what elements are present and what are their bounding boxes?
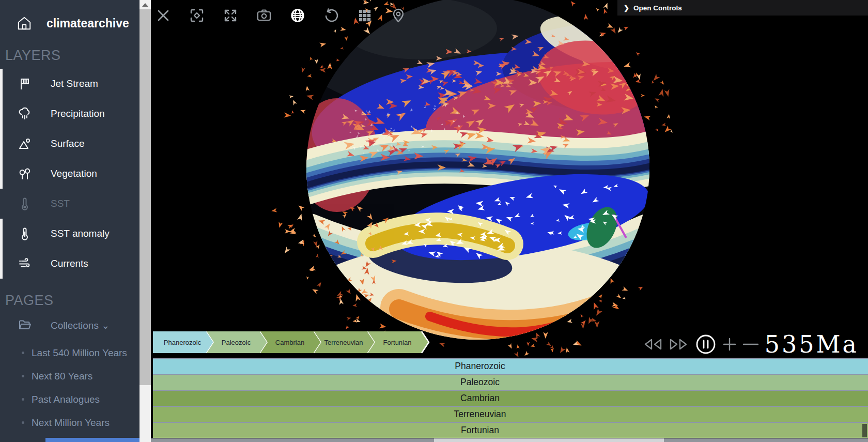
row-label: Phanerozoic <box>153 359 807 374</box>
era-breadcrumb: PhanerozoicPaleozoicCambrianTerreneuvian… <box>153 331 442 353</box>
layer-label: SST anomaly <box>51 228 110 239</box>
row-label: Terreneuvian <box>153 407 807 422</box>
bullet-icon <box>22 398 24 401</box>
layer-label: Currents <box>51 258 88 269</box>
sidebar-item-jet-stream[interactable]: Jet Stream <box>0 69 140 99</box>
thermometer-icon <box>18 196 32 211</box>
home-icon[interactable] <box>17 16 32 31</box>
focus-target-button[interactable] <box>185 4 208 27</box>
sidebar-item-next-million-years[interactable]: Next Million Years <box>0 411 140 434</box>
breadcrumb-label: Fortunian <box>383 339 412 346</box>
fullscreen-button[interactable] <box>219 4 242 27</box>
trees-icon <box>18 166 32 181</box>
scroll-up-arrow-icon[interactable] <box>142 3 148 7</box>
app-title: climatearchive <box>47 17 129 31</box>
row-label: Fortunian <box>153 423 807 438</box>
chevron-down-icon: ⌄ <box>101 320 110 331</box>
sidebar-item-currents[interactable]: Currents <box>0 249 140 279</box>
close-button[interactable] <box>152 4 175 27</box>
globe-viewport: ❯ Open Controls PhanerozoicPaleozoicCamb… <box>151 0 868 442</box>
grid-button[interactable] <box>353 4 376 27</box>
layer-label: Jet Stream <box>51 78 98 89</box>
breadcrumb-label: Paleozoic <box>222 339 251 346</box>
rewind-button[interactable] <box>642 337 663 352</box>
sidebar: climatearchive LAYERS Jet Stream <box>0 0 140 442</box>
globe-canvas[interactable] <box>151 0 868 358</box>
collections-label: Collections ⌄ <box>51 319 110 331</box>
sidebar-item-vegetation[interactable]: Vegetation <box>0 159 140 189</box>
breadcrumb-label: Phanerozoic <box>164 339 202 346</box>
open-controls-label: Open Controls <box>633 4 682 12</box>
flag-icon <box>18 77 32 91</box>
timeline-row-fortunian[interactable]: Fortunian <box>153 423 868 438</box>
climatearchive-app: climatearchive LAYERS Jet Stream <box>0 0 868 442</box>
fast-forward-button[interactable] <box>669 337 689 352</box>
row-label: Paleozoic <box>153 375 807 390</box>
sidebar-item-surface[interactable]: Surface <box>0 129 140 159</box>
zoom-in-button[interactable] <box>722 337 737 352</box>
sidebar-item-past-analogues[interactable]: Past Analogues <box>0 388 140 411</box>
pages-list: Last 540 Million Years Next 80 Years Pas… <box>0 341 140 434</box>
sidebar-item-next-80-years[interactable]: Next 80 Years <box>0 364 140 388</box>
brand[interactable]: climatearchive <box>0 10 140 36</box>
open-controls-button[interactable]: ❯ Open Controls <box>617 0 868 16</box>
layer-label: Surface <box>51 138 84 149</box>
page-label: Last 540 Million Years <box>32 347 127 359</box>
globe-toolbar <box>152 4 410 27</box>
layers-list: Jet Stream Precipitation Surface <box>0 69 140 279</box>
sidebar-item-sst[interactable]: SST <box>0 189 140 219</box>
location-pin-button[interactable] <box>387 4 410 27</box>
pause-button[interactable] <box>695 333 717 355</box>
zoom-out-button[interactable] <box>742 337 759 352</box>
folder-icon <box>18 318 32 332</box>
sidebar-item-precipitation[interactable]: Precipitation <box>0 99 140 129</box>
page-label: Next 80 Years <box>32 371 92 382</box>
era-timeline-rows: Phanerozoic Paleozoic Cambrian Terreneuv… <box>151 358 868 438</box>
sidebar-scrollbar[interactable] <box>140 0 151 442</box>
playback-controls: 535Ma <box>642 330 859 359</box>
horizontal-scrollbar[interactable] <box>151 438 868 442</box>
rotate-button[interactable] <box>320 4 343 27</box>
globe-view-button[interactable] <box>286 4 309 27</box>
layer-label: Precipitation <box>51 108 105 119</box>
layer-label: Vegetation <box>51 168 97 179</box>
timeline-row-paleozoic[interactable]: Paleozoic <box>153 375 868 390</box>
sidebar-scrollbar-thumb[interactable] <box>140 9 151 385</box>
layer-label: SST <box>51 198 70 209</box>
timeline-row-phanerozoic[interactable]: Phanerozoic <box>153 359 868 374</box>
mountain-icon <box>18 136 32 151</box>
layers-header: LAYERS <box>5 48 61 64</box>
horizontal-scrollbar-thumb[interactable] <box>434 438 664 442</box>
sidebar-partial-item[interactable] <box>45 438 140 442</box>
bullet-icon <box>22 421 24 424</box>
pages-header: PAGES <box>5 293 54 309</box>
breadcrumb-label: Cambrian <box>275 339 304 346</box>
timeline-row-cambrian[interactable]: Cambrian <box>153 391 868 406</box>
rain-cloud-icon <box>18 106 32 121</box>
rows-scrollbar-thumb[interactable] <box>862 424 867 437</box>
sidebar-item-collections[interactable]: Collections ⌄ <box>0 313 140 337</box>
current-time-label: 535Ma <box>765 332 859 356</box>
sidebar-item-sst-anomaly[interactable]: SST anomaly <box>0 219 140 249</box>
timeline-row-terreneuvian[interactable]: Terreneuvian <box>153 407 868 422</box>
wind-icon <box>18 256 32 271</box>
breadcrumb-label: Terreneuvian <box>324 339 363 346</box>
bullet-icon <box>22 375 24 377</box>
page-label: Past Analogues <box>32 394 100 405</box>
thermometer-icon <box>18 226 32 241</box>
row-label: Cambrian <box>153 391 807 406</box>
chevron-right-icon: ❯ <box>624 4 629 12</box>
bullet-icon <box>22 352 24 354</box>
sidebar-item-last-540-million-years[interactable]: Last 540 Million Years <box>0 341 140 364</box>
screenshot-camera-button[interactable] <box>253 4 275 27</box>
page-label: Next Million Years <box>32 417 110 429</box>
